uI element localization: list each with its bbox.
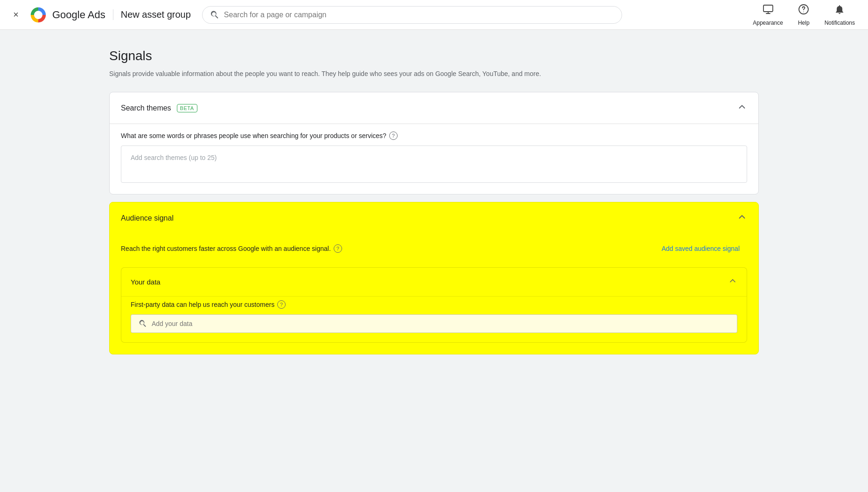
search-themes-body: What are some words or phrases people us…: [110, 124, 758, 194]
your-data-card: Your data First-party data can help us r…: [121, 267, 747, 343]
search-themes-question-text: What are some words or phrases people us…: [121, 132, 386, 139]
notifications-button[interactable]: Notifications: [819, 1, 861, 29]
appearance-icon: [763, 4, 774, 18]
search-themes-input-box[interactable]: Add search themes (up to 25): [121, 146, 747, 183]
your-data-description-text: First-party data can help us reach your …: [131, 301, 274, 308]
audience-signal-body: Reach the right customers faster across …: [110, 234, 758, 354]
help-button[interactable]: Help: [792, 1, 815, 29]
notifications-icon: [834, 4, 845, 18]
notifications-label: Notifications: [825, 20, 855, 26]
page-title-header: New asset group: [113, 9, 191, 20]
audience-signal-card: Audience signal Reach the right customer…: [109, 202, 759, 354]
help-icon: [798, 4, 809, 18]
audience-description: Reach the right customers faster across …: [121, 245, 331, 252]
audience-help-icon[interactable]: ?: [334, 244, 342, 253]
google-g-icon: [30, 7, 47, 23]
help-label: Help: [798, 20, 810, 26]
search-themes-placeholder: Add search themes (up to 25): [131, 154, 217, 161]
svg-point-1: [34, 11, 42, 19]
close-button[interactable]: ×: [7, 7, 24, 23]
add-saved-audience-button[interactable]: Add saved audience signal: [654, 241, 747, 256]
your-data-description-row: First-party data can help us reach your …: [131, 300, 737, 309]
your-data-input[interactable]: [152, 320, 729, 327]
your-data-search-icon: [139, 319, 147, 328]
audience-desc-row: Reach the right customers faster across …: [121, 237, 747, 260]
your-data-title: Your data: [131, 278, 161, 286]
main-content: Signals Signals provide valuable informa…: [98, 30, 770, 382]
search-themes-question: What are some words or phrases people us…: [121, 132, 747, 140]
your-data-input-box[interactable]: [131, 314, 737, 333]
your-data-collapse-icon: [728, 276, 737, 288]
beta-badge: BETA: [177, 104, 197, 112]
header-left: × Google Ads New asset group: [7, 7, 191, 23]
search-themes-title: Search themes: [121, 104, 171, 112]
appearance-button[interactable]: Appearance: [747, 1, 789, 29]
your-data-header[interactable]: Your data: [121, 268, 747, 296]
page-description: Signals provide valuable information abo…: [109, 69, 759, 79]
search-input[interactable]: [224, 11, 614, 19]
close-icon: ×: [13, 9, 19, 20]
svg-rect-2: [763, 5, 773, 12]
search-themes-header-left: Search themes BETA: [121, 104, 197, 112]
appearance-label: Appearance: [753, 20, 783, 26]
search-icon: [210, 10, 219, 20]
audience-desc-text: Reach the right customers faster across …: [121, 244, 342, 253]
audience-signal-header[interactable]: Audience signal: [110, 202, 758, 234]
search-box[interactable]: [202, 6, 622, 24]
your-data-body: First-party data can help us reach your …: [121, 296, 747, 342]
page-title: Signals: [109, 49, 759, 63]
search-themes-header[interactable]: Search themes BETA: [110, 92, 758, 124]
audience-signal-title: Audience signal: [121, 214, 174, 222]
header-search: [202, 6, 622, 24]
audience-signal-collapse-icon: [737, 212, 747, 224]
search-themes-help-icon[interactable]: ?: [389, 132, 398, 140]
google-logo: [30, 7, 47, 23]
search-themes-card: Search themes BETA What are some words o…: [109, 92, 759, 194]
search-themes-collapse-icon: [737, 102, 747, 114]
your-data-help-icon[interactable]: ?: [277, 300, 286, 309]
app-name: Google Ads: [52, 9, 105, 21]
header-actions: Appearance Help Notifications: [747, 1, 861, 29]
svg-point-4: [804, 11, 805, 12]
header: × Google Ads New asset group: [0, 0, 868, 30]
